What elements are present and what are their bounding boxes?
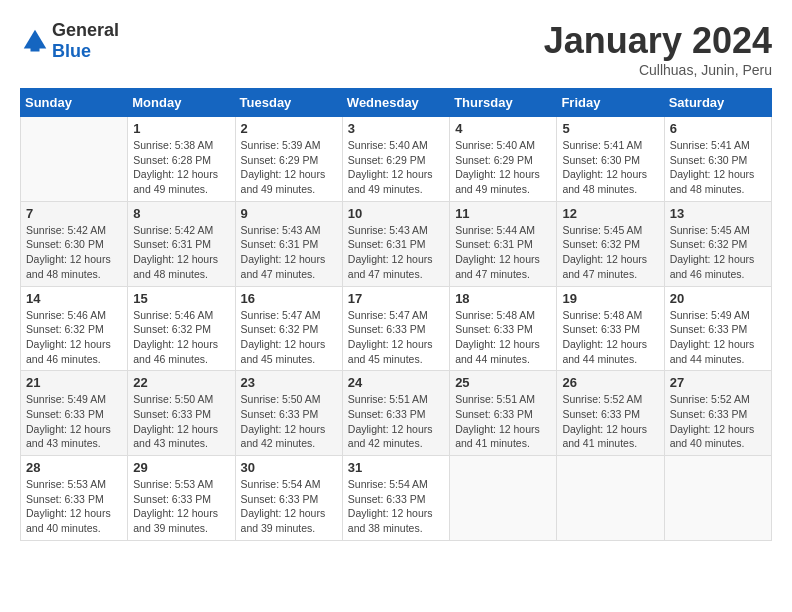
weekday-header-sunday: Sunday (21, 89, 128, 117)
calendar-cell: 24Sunrise: 5:51 AMSunset: 6:33 PMDayligh… (342, 371, 449, 456)
day-number: 4 (455, 121, 551, 136)
day-info: Sunrise: 5:38 AMSunset: 6:28 PMDaylight:… (133, 138, 229, 197)
calendar-cell: 27Sunrise: 5:52 AMSunset: 6:33 PMDayligh… (664, 371, 771, 456)
day-number: 14 (26, 291, 122, 306)
day-info: Sunrise: 5:47 AMSunset: 6:33 PMDaylight:… (348, 308, 444, 367)
day-info: Sunrise: 5:46 AMSunset: 6:32 PMDaylight:… (26, 308, 122, 367)
calendar-cell: 19Sunrise: 5:48 AMSunset: 6:33 PMDayligh… (557, 286, 664, 371)
day-number: 20 (670, 291, 766, 306)
day-number: 10 (348, 206, 444, 221)
location-subtitle: Cullhuas, Junin, Peru (544, 62, 772, 78)
calendar-cell: 20Sunrise: 5:49 AMSunset: 6:33 PMDayligh… (664, 286, 771, 371)
weekday-header-wednesday: Wednesday (342, 89, 449, 117)
day-info: Sunrise: 5:43 AMSunset: 6:31 PMDaylight:… (241, 223, 337, 282)
week-row-4: 21Sunrise: 5:49 AMSunset: 6:33 PMDayligh… (21, 371, 772, 456)
svg-marker-0 (24, 30, 47, 49)
day-number: 1 (133, 121, 229, 136)
calendar-cell: 13Sunrise: 5:45 AMSunset: 6:32 PMDayligh… (664, 201, 771, 286)
day-number: 22 (133, 375, 229, 390)
calendar-cell: 21Sunrise: 5:49 AMSunset: 6:33 PMDayligh… (21, 371, 128, 456)
calendar-cell (450, 456, 557, 541)
day-info: Sunrise: 5:39 AMSunset: 6:29 PMDaylight:… (241, 138, 337, 197)
day-info: Sunrise: 5:48 AMSunset: 6:33 PMDaylight:… (455, 308, 551, 367)
day-number: 25 (455, 375, 551, 390)
day-number: 5 (562, 121, 658, 136)
calendar-cell: 2Sunrise: 5:39 AMSunset: 6:29 PMDaylight… (235, 117, 342, 202)
calendar-cell (557, 456, 664, 541)
weekday-header-tuesday: Tuesday (235, 89, 342, 117)
day-info: Sunrise: 5:54 AMSunset: 6:33 PMDaylight:… (348, 477, 444, 536)
logo-general-text: General (52, 20, 119, 40)
weekday-header-friday: Friday (557, 89, 664, 117)
day-number: 24 (348, 375, 444, 390)
day-number: 8 (133, 206, 229, 221)
calendar-cell: 30Sunrise: 5:54 AMSunset: 6:33 PMDayligh… (235, 456, 342, 541)
calendar-cell: 26Sunrise: 5:52 AMSunset: 6:33 PMDayligh… (557, 371, 664, 456)
day-info: Sunrise: 5:46 AMSunset: 6:32 PMDaylight:… (133, 308, 229, 367)
day-number: 27 (670, 375, 766, 390)
day-info: Sunrise: 5:47 AMSunset: 6:32 PMDaylight:… (241, 308, 337, 367)
day-number: 30 (241, 460, 337, 475)
calendar-cell: 9Sunrise: 5:43 AMSunset: 6:31 PMDaylight… (235, 201, 342, 286)
day-info: Sunrise: 5:48 AMSunset: 6:33 PMDaylight:… (562, 308, 658, 367)
day-number: 19 (562, 291, 658, 306)
day-info: Sunrise: 5:42 AMSunset: 6:31 PMDaylight:… (133, 223, 229, 282)
weekday-header-saturday: Saturday (664, 89, 771, 117)
week-row-1: 1Sunrise: 5:38 AMSunset: 6:28 PMDaylight… (21, 117, 772, 202)
calendar-cell: 15Sunrise: 5:46 AMSunset: 6:32 PMDayligh… (128, 286, 235, 371)
day-number: 16 (241, 291, 337, 306)
day-info: Sunrise: 5:40 AMSunset: 6:29 PMDaylight:… (455, 138, 551, 197)
day-number: 31 (348, 460, 444, 475)
day-number: 2 (241, 121, 337, 136)
day-number: 11 (455, 206, 551, 221)
calendar-cell: 12Sunrise: 5:45 AMSunset: 6:32 PMDayligh… (557, 201, 664, 286)
title-area: January 2024 Cullhuas, Junin, Peru (544, 20, 772, 78)
day-info: Sunrise: 5:43 AMSunset: 6:31 PMDaylight:… (348, 223, 444, 282)
day-number: 17 (348, 291, 444, 306)
day-info: Sunrise: 5:49 AMSunset: 6:33 PMDaylight:… (670, 308, 766, 367)
calendar-cell (21, 117, 128, 202)
day-number: 12 (562, 206, 658, 221)
weekday-header-monday: Monday (128, 89, 235, 117)
week-row-2: 7Sunrise: 5:42 AMSunset: 6:30 PMDaylight… (21, 201, 772, 286)
calendar-cell: 5Sunrise: 5:41 AMSunset: 6:30 PMDaylight… (557, 117, 664, 202)
day-info: Sunrise: 5:50 AMSunset: 6:33 PMDaylight:… (133, 392, 229, 451)
calendar-cell: 16Sunrise: 5:47 AMSunset: 6:32 PMDayligh… (235, 286, 342, 371)
day-info: Sunrise: 5:40 AMSunset: 6:29 PMDaylight:… (348, 138, 444, 197)
calendar-cell: 22Sunrise: 5:50 AMSunset: 6:33 PMDayligh… (128, 371, 235, 456)
day-number: 26 (562, 375, 658, 390)
logo-blue-text: Blue (52, 41, 91, 61)
calendar-cell: 28Sunrise: 5:53 AMSunset: 6:33 PMDayligh… (21, 456, 128, 541)
day-number: 3 (348, 121, 444, 136)
day-number: 28 (26, 460, 122, 475)
svg-rect-1 (31, 47, 40, 52)
day-info: Sunrise: 5:51 AMSunset: 6:33 PMDaylight:… (455, 392, 551, 451)
calendar-cell: 11Sunrise: 5:44 AMSunset: 6:31 PMDayligh… (450, 201, 557, 286)
day-info: Sunrise: 5:51 AMSunset: 6:33 PMDaylight:… (348, 392, 444, 451)
calendar-table: SundayMondayTuesdayWednesdayThursdayFrid… (20, 88, 772, 541)
day-number: 29 (133, 460, 229, 475)
day-info: Sunrise: 5:41 AMSunset: 6:30 PMDaylight:… (562, 138, 658, 197)
day-info: Sunrise: 5:44 AMSunset: 6:31 PMDaylight:… (455, 223, 551, 282)
day-info: Sunrise: 5:50 AMSunset: 6:33 PMDaylight:… (241, 392, 337, 451)
day-number: 6 (670, 121, 766, 136)
calendar-cell: 29Sunrise: 5:53 AMSunset: 6:33 PMDayligh… (128, 456, 235, 541)
day-number: 21 (26, 375, 122, 390)
day-number: 13 (670, 206, 766, 221)
day-info: Sunrise: 5:45 AMSunset: 6:32 PMDaylight:… (562, 223, 658, 282)
day-info: Sunrise: 5:42 AMSunset: 6:30 PMDaylight:… (26, 223, 122, 282)
day-info: Sunrise: 5:45 AMSunset: 6:32 PMDaylight:… (670, 223, 766, 282)
calendar-cell: 3Sunrise: 5:40 AMSunset: 6:29 PMDaylight… (342, 117, 449, 202)
day-info: Sunrise: 5:49 AMSunset: 6:33 PMDaylight:… (26, 392, 122, 451)
day-number: 9 (241, 206, 337, 221)
calendar-cell: 25Sunrise: 5:51 AMSunset: 6:33 PMDayligh… (450, 371, 557, 456)
week-row-3: 14Sunrise: 5:46 AMSunset: 6:32 PMDayligh… (21, 286, 772, 371)
day-info: Sunrise: 5:52 AMSunset: 6:33 PMDaylight:… (670, 392, 766, 451)
calendar-cell: 17Sunrise: 5:47 AMSunset: 6:33 PMDayligh… (342, 286, 449, 371)
calendar-cell: 10Sunrise: 5:43 AMSunset: 6:31 PMDayligh… (342, 201, 449, 286)
calendar-cell (664, 456, 771, 541)
day-number: 7 (26, 206, 122, 221)
calendar-cell: 14Sunrise: 5:46 AMSunset: 6:32 PMDayligh… (21, 286, 128, 371)
day-number: 23 (241, 375, 337, 390)
page-header: General Blue January 2024 Cullhuas, Juni… (20, 20, 772, 78)
